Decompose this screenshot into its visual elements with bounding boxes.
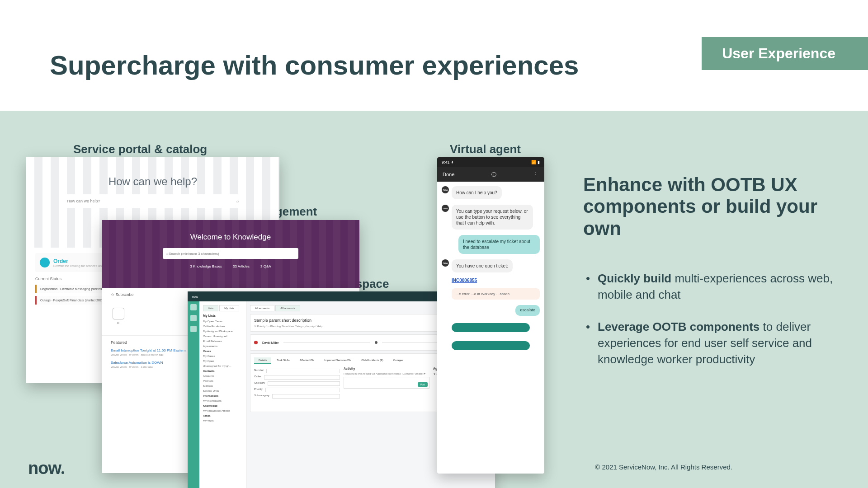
- activity-sub: Respond to this record via Additional co…: [344, 372, 429, 375]
- knowledge-heading: Welcome to Knowledge: [102, 220, 359, 242]
- list-item[interactable]: My Knowledge Articles: [203, 409, 242, 412]
- copyright-text: © 2021 ServiceNow, Inc. All Rights Reser…: [595, 463, 732, 471]
- inbox-icon[interactable]: [190, 326, 197, 332]
- incident-link[interactable]: INC0006855: [452, 278, 540, 283]
- detail-tab[interactable]: Details: [254, 357, 271, 364]
- list-item[interactable]: Agreements: [203, 345, 242, 347]
- portal-search-placeholder: How can we help?: [67, 199, 100, 203]
- portal-heading: How can we help?: [26, 157, 279, 188]
- bullet-item: Leverage OOTB components to deliver expe…: [583, 319, 836, 368]
- field-label: Number: [254, 369, 264, 373]
- list-item[interactable]: Call-in Escalations: [203, 325, 242, 328]
- list-item[interactable]: Accounts: [203, 375, 242, 377]
- kb-tile[interactable]: IT: [113, 308, 124, 324]
- list-item[interactable]: My Open: [203, 360, 242, 362]
- chat-bot-message: You can type your request below, or use …: [452, 205, 533, 230]
- info-icon[interactable]: ⓘ: [491, 171, 496, 178]
- bot-avatar-icon: now: [442, 259, 449, 267]
- chat-bot-message: How can I help you?: [452, 186, 502, 199]
- search-icon: ⌕: [236, 199, 239, 203]
- brand-logo: now: [28, 459, 64, 478]
- workspace-tab[interactable]: All accounts: [275, 305, 300, 311]
- chat-notice: …e error …d in Workday …sation: [452, 288, 540, 300]
- side-tab[interactable]: My Lists: [219, 305, 239, 311]
- list-item[interactable]: My Assigned Workspace: [203, 330, 242, 333]
- bullet-item: Quickly build multi-experiences across w…: [583, 270, 836, 303]
- list-group[interactable]: Knowledge: [203, 404, 242, 407]
- list-group[interactable]: Cases: [203, 350, 242, 352]
- side-heading: My Lists: [203, 314, 242, 317]
- cart-icon: [40, 258, 50, 267]
- detail-tab[interactable]: Child Incidents (2): [357, 357, 387, 364]
- field-label: Caller: [254, 375, 261, 380]
- bot-avatar-icon: now: [442, 186, 449, 193]
- chat-option-button[interactable]: [452, 341, 530, 350]
- phone-status-icons: 📶 ▮: [531, 160, 540, 164]
- section-heading: Enhance with OOTB UX components or build…: [583, 174, 836, 239]
- list-item[interactable]: Unassigned for my gr…: [203, 365, 242, 367]
- list-item[interactable]: Cases · Unassigned: [203, 335, 242, 338]
- list-group[interactable]: Interactions: [203, 394, 242, 397]
- user-status-icon: [254, 341, 258, 344]
- kb-tile-label: IT: [117, 321, 120, 324]
- list-item[interactable]: Partners: [203, 380, 242, 382]
- list-item[interactable]: Service Units: [203, 389, 242, 392]
- field-input[interactable]: [268, 381, 340, 386]
- record-user: David Miller: [262, 341, 279, 344]
- kb-stat: 3 Q&A: [260, 264, 271, 268]
- list-icon[interactable]: [190, 315, 197, 321]
- knowledge-search-placeholder: Search (minimum 3 characters): [169, 252, 219, 256]
- post-button[interactable]: Post: [418, 382, 428, 387]
- chat-user-message: escalate: [515, 305, 540, 316]
- more-icon[interactable]: ⋮: [533, 172, 539, 178]
- timeline-dot: [375, 341, 377, 344]
- field-label: Category: [254, 381, 265, 386]
- detail-tab[interactable]: Affected CIs: [295, 357, 319, 364]
- detail-tab[interactable]: Impacted Services/CIs: [320, 357, 356, 364]
- knowledge-search[interactable]: ⌕ Search (minimum 3 characters): [163, 248, 298, 259]
- field-label: Priority: [254, 388, 263, 392]
- workspace-brand: now: [192, 295, 198, 298]
- field-input[interactable]: [265, 388, 340, 392]
- detail-tab[interactable]: Outages: [389, 357, 408, 364]
- chat-bot-message: You have one open ticket:: [452, 259, 513, 272]
- chat-option-button[interactable]: [452, 323, 530, 332]
- list-item[interactable]: My Cases: [203, 355, 242, 357]
- chat-done-button[interactable]: Done: [443, 172, 454, 177]
- workspace-nav-rail[interactable]: [188, 301, 199, 488]
- field-input[interactable]: [266, 369, 340, 373]
- list-group[interactable]: Tasks: [203, 414, 242, 417]
- field-label: Subcategory: [254, 394, 269, 399]
- portal-search[interactable]: How can we help? ⌕: [62, 194, 243, 208]
- bot-avatar-icon: now: [442, 205, 449, 212]
- kb-stat: 33 Articles: [233, 264, 250, 268]
- chat-user-message: I need to escalate my ticket about the d…: [458, 235, 540, 254]
- kb-stat: 3 Knowledge Bases: [190, 264, 222, 268]
- list-item[interactable]: My Interactions: [203, 399, 242, 402]
- list-item[interactable]: Email Releases: [203, 340, 242, 343]
- label-portal: Service portal & catalog: [73, 142, 207, 156]
- workspace-tab[interactable]: All accounts: [250, 305, 274, 311]
- label-agent: Virtual agent: [450, 142, 521, 156]
- field-input[interactable]: [272, 394, 340, 399]
- phone-time: 9:41 ✈: [442, 160, 454, 164]
- phone-icon: [113, 308, 124, 319]
- list-item[interactable]: Skillsets: [203, 385, 242, 387]
- detail-tab[interactable]: Task SLAs: [272, 357, 294, 364]
- screenshot-chat: 9:41 ✈ 📶 ▮ Done ⓘ ⋮ now How can I help y…: [437, 157, 544, 474]
- field-input[interactable]: [264, 375, 340, 380]
- list-group[interactable]: Contacts: [203, 370, 242, 372]
- category-badge: User Experience: [702, 37, 868, 70]
- list-item[interactable]: My Open Cases: [203, 320, 242, 323]
- home-icon[interactable]: [190, 304, 197, 310]
- activity-heading: Activity: [344, 367, 429, 370]
- workspace-side-list: Lists My Lists My Lists My Open Cases Ca…: [199, 301, 246, 488]
- list-item[interactable]: My Work: [203, 419, 242, 422]
- side-tab[interactable]: Lists: [203, 305, 218, 311]
